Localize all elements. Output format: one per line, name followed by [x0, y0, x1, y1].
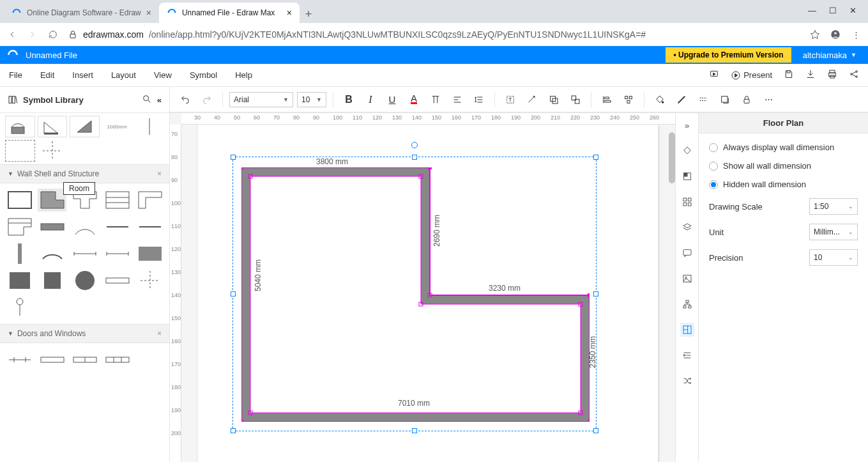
shape-window2[interactable]: [70, 348, 99, 371]
shape-bar[interactable]: [103, 269, 132, 292]
shape-line-h[interactable]: [103, 215, 132, 238]
theme-icon[interactable]: [680, 144, 694, 158]
line-style-icon[interactable]: [694, 91, 712, 109]
shape-cross[interactable]: [135, 269, 164, 292]
back-icon[interactable]: [6, 29, 18, 40]
layers-icon[interactable]: [680, 220, 694, 235]
shape-thumb[interactable]: [38, 140, 68, 162]
reload-icon[interactable]: [47, 29, 59, 40]
star-icon[interactable]: [809, 29, 821, 40]
resize-handle-tm[interactable]: [412, 155, 417, 160]
shape-line-h2[interactable]: [135, 215, 164, 238]
new-tab-button[interactable]: +: [300, 5, 317, 23]
text-tool-icon[interactable]: T: [501, 91, 519, 109]
resize-handle-mr[interactable]: [593, 291, 598, 296]
share-icon[interactable]: [849, 69, 859, 81]
user-menu[interactable]: altchiamaka ▼: [791, 50, 868, 60]
upgrade-button[interactable]: • Upgrade to Premium Version: [666, 47, 791, 63]
comment-icon[interactable]: [680, 246, 694, 260]
resize-handle-bm[interactable]: [412, 428, 417, 433]
maximize-icon[interactable]: ☐: [829, 6, 837, 15]
line-icon[interactable]: [673, 91, 690, 109]
group-icon[interactable]: [567, 91, 584, 109]
shape-pin[interactable]: [5, 296, 34, 319]
shape-door[interactable]: [5, 348, 34, 371]
more-icon[interactable]: ⋯: [759, 91, 777, 109]
align-left-icon[interactable]: [598, 91, 616, 109]
shape-window[interactable]: [38, 348, 66, 371]
shape-arc[interactable]: [70, 215, 99, 238]
distribute-icon[interactable]: [620, 91, 637, 109]
shape-window4[interactable]: [135, 348, 164, 371]
download-icon[interactable]: [805, 69, 816, 81]
indent-icon[interactable]: [680, 348, 694, 362]
underline-icon[interactable]: U: [383, 91, 401, 109]
print-icon[interactable]: [827, 69, 837, 81]
bold-icon[interactable]: B: [340, 91, 358, 109]
search-icon[interactable]: [142, 94, 152, 106]
shape-arc2[interactable]: [38, 242, 66, 265]
shape-l-room[interactable]: Room: [38, 189, 66, 212]
radio-hidden[interactable]: Hidden wall dimension: [709, 180, 858, 189]
lock-icon[interactable]: [738, 91, 756, 109]
drawing-scale-select[interactable]: 1:50⌄: [809, 198, 858, 215]
menu-insert[interactable]: Insert: [72, 70, 93, 80]
shape-thumb[interactable]: [134, 116, 164, 137]
menu-symbol[interactable]: Symbol: [190, 70, 217, 80]
scrollbar-v[interactable]: [669, 132, 675, 183]
shape-thumb[interactable]: [70, 116, 100, 137]
resize-handle-br[interactable]: [593, 428, 598, 433]
resize-handle-ml[interactable]: [231, 291, 236, 296]
font-size-select[interactable]: 10▼: [297, 92, 326, 107]
highlight-icon[interactable]: [427, 91, 445, 109]
menu-view[interactable]: View: [154, 70, 172, 80]
forward-icon[interactable]: [27, 29, 38, 40]
shape-thumb[interactable]: [5, 116, 35, 137]
grid-icon[interactable]: [680, 195, 694, 209]
menu-edit[interactable]: Edit: [40, 70, 54, 80]
fill-icon[interactable]: [651, 91, 669, 109]
shape-dim-h[interactable]: [70, 242, 99, 265]
shape-window3[interactable]: [103, 348, 132, 371]
shape-thumb[interactable]: [5, 140, 35, 162]
shape-wall-thick[interactable]: [38, 215, 66, 238]
close-icon[interactable]: ×: [287, 8, 292, 18]
align-icon[interactable]: [448, 91, 466, 109]
shape-rect-outline[interactable]: [5, 189, 34, 212]
shape-thumb[interactable]: 1000mm: [102, 116, 132, 137]
menu-layout[interactable]: Layout: [111, 70, 136, 80]
floorplan-shape[interactable]: [241, 167, 590, 422]
radio-show-all[interactable]: Show all wall dimension: [709, 161, 858, 171]
rotate-handle[interactable]: [411, 142, 418, 148]
profile-icon[interactable]: [830, 29, 841, 40]
italic-icon[interactable]: I: [362, 91, 379, 109]
close-window-icon[interactable]: ✕: [849, 6, 857, 15]
present-button[interactable]: Present: [731, 70, 772, 81]
connector-icon[interactable]: [523, 91, 541, 109]
line-spacing-icon[interactable]: [470, 91, 488, 109]
menu-help[interactable]: Help: [235, 70, 252, 80]
shape-lines[interactable]: [103, 189, 132, 212]
shape-dim-h2[interactable]: [103, 242, 132, 265]
precision-select[interactable]: 10⌄: [809, 249, 858, 266]
close-icon[interactable]: ×: [146, 8, 151, 18]
shape-icon[interactable]: [545, 91, 563, 109]
kebab-icon[interactable]: ⋮: [850, 29, 862, 40]
floorplan-icon[interactable]: [680, 323, 694, 337]
resize-handle-bl[interactable]: [231, 428, 236, 433]
minimize-icon[interactable]: —: [808, 6, 816, 15]
font-select[interactable]: Arial▼: [229, 92, 293, 107]
section-doors-windows[interactable]: ▼ Doors and Windows ×: [0, 324, 169, 343]
fill-icon[interactable]: [680, 169, 694, 183]
browser-tab-active[interactable]: Unnamed File - Edraw Max ×: [159, 3, 300, 23]
expand-icon[interactable]: »: [680, 118, 694, 132]
close-section-icon[interactable]: ×: [157, 169, 162, 178]
font-color-icon[interactable]: A: [405, 91, 423, 109]
redo-icon[interactable]: [198, 91, 216, 109]
undo-icon[interactable]: [176, 91, 194, 109]
slideshow-icon[interactable]: [709, 69, 719, 81]
shape-t2[interactable]: [5, 215, 34, 238]
unit-select[interactable]: Millim...⌄: [809, 224, 858, 240]
radio-always-display[interactable]: Always display wall dimension: [709, 142, 858, 152]
menu-file[interactable]: File: [9, 70, 22, 80]
